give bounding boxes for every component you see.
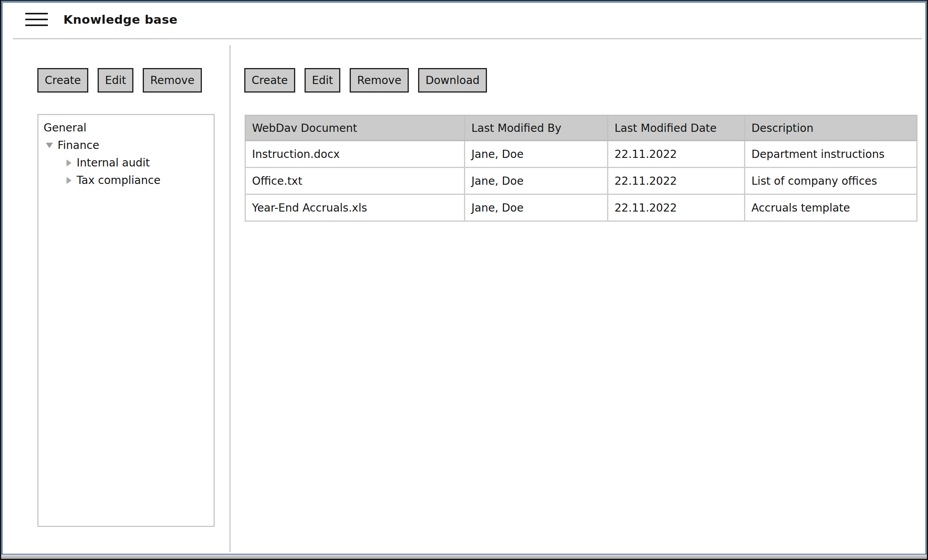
triangle-down-icon[interactable] — [46, 143, 53, 148]
cell-last-modified-by: Jane, Doe — [465, 141, 608, 168]
table-row[interactable]: Office.txt Jane, Doe 22.11.2022 List of … — [245, 168, 917, 194]
category-create-button[interactable]: Create — [37, 68, 88, 93]
category-remove-button[interactable]: Remove — [143, 68, 202, 93]
panel-divider — [229, 45, 231, 552]
hamburger-bar — [25, 24, 48, 26]
hamburger-bar — [25, 13, 48, 14]
hamburger-menu-icon[interactable] — [25, 13, 48, 26]
tree-item-internal-audit[interactable]: Internal audit — [39, 154, 214, 172]
cell-last-modified-date: 22.11.2022 — [608, 168, 745, 194]
table-header-row: WebDav Document Last Modified By Last Mo… — [245, 116, 917, 141]
cell-last-modified-by: Jane, Doe — [465, 194, 608, 221]
table-row[interactable]: Instruction.docx Jane, Doe 22.11.2022 De… — [245, 141, 917, 168]
category-tree: General Finance Internal audit Tax compl… — [37, 114, 215, 527]
documents-toolbar: Create Edit Remove Download — [244, 68, 487, 93]
triangle-right-icon[interactable] — [67, 159, 72, 166]
cell-document-name: Year-End Accruals.xls — [245, 194, 465, 221]
document-remove-button[interactable]: Remove — [350, 68, 409, 93]
cell-document-name: Office.txt — [245, 168, 465, 194]
document-edit-button[interactable]: Edit — [305, 68, 340, 93]
header-divider — [13, 38, 922, 39]
column-header-webdav-document: WebDav Document — [245, 116, 465, 141]
document-download-button[interactable]: Download — [418, 68, 487, 93]
tree-item-tax-compliance[interactable]: Tax compliance — [39, 172, 214, 189]
column-header-last-modified-by: Last Modified By — [465, 116, 608, 141]
documents-table: WebDav Document Last Modified By Last Mo… — [245, 115, 917, 222]
cell-description: Department instructions — [745, 141, 917, 168]
cell-document-name: Instruction.docx — [245, 141, 465, 168]
cell-description: List of company offices — [745, 168, 917, 194]
cell-last-modified-date: 22.11.2022 — [608, 194, 745, 221]
categories-toolbar: Create Edit Remove — [37, 68, 202, 93]
cell-last-modified-by: Jane, Doe — [465, 168, 608, 194]
triangle-right-icon[interactable] — [67, 177, 72, 184]
tree-item-label: Internal audit — [77, 156, 150, 169]
hamburger-bar — [25, 19, 48, 20]
cell-last-modified-date: 22.11.2022 — [608, 141, 745, 168]
tree-item-general[interactable]: General — [39, 119, 214, 136]
knowledge-base-window: Knowledge base Create Edit Remove Genera… — [0, 0, 928, 560]
column-header-description: Description — [745, 116, 917, 141]
cell-description: Accruals template — [745, 194, 917, 221]
tree-item-label: General — [44, 121, 86, 134]
document-create-button[interactable]: Create — [244, 68, 295, 93]
page-title: Knowledge base — [63, 12, 177, 26]
column-header-last-modified-date: Last Modified Date — [608, 116, 745, 141]
tree-item-finance[interactable]: Finance — [39, 136, 214, 154]
tree-item-label: Finance — [58, 139, 99, 152]
horizontal-scrollbar[interactable] — [1, 554, 927, 559]
tree-item-label: Tax compliance — [77, 174, 161, 187]
table-row[interactable]: Year-End Accruals.xls Jane, Doe 22.11.20… — [245, 194, 917, 221]
category-edit-button[interactable]: Edit — [98, 68, 133, 93]
